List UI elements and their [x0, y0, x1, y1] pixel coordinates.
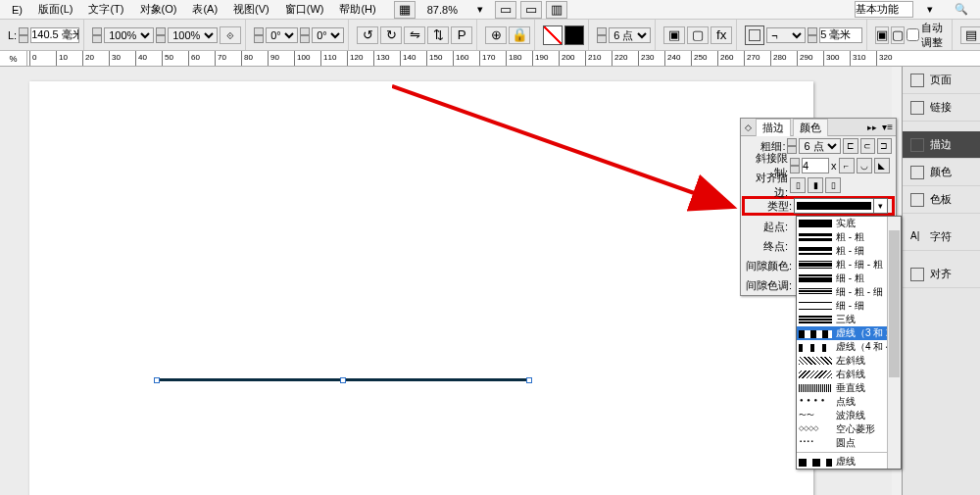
handle-start[interactable]	[154, 377, 160, 383]
handle-mid[interactable]	[340, 377, 346, 383]
stroke-type-option[interactable]: 虚线（4 和 4）	[797, 340, 901, 354]
stroke-type-combo[interactable]	[794, 198, 888, 214]
rot-stepper[interactable]	[254, 27, 264, 43]
dock-color[interactable]: 颜色	[903, 159, 980, 186]
x-stepper[interactable]	[19, 27, 28, 43]
fx-icon[interactable]: fx	[710, 26, 732, 44]
corner-size[interactable]	[819, 27, 862, 43]
stroke-type-option[interactable]: 粗 - 细	[797, 244, 901, 258]
shear[interactable]: 0°	[312, 27, 344, 43]
menu-text[interactable]: 文字(T)	[80, 2, 131, 17]
stroke-type-dropdown[interactable]: 实底粗 - 粗粗 - 细粗 - 细 - 粗细 - 粗细 - 粗 - 细细 - 细…	[796, 216, 902, 470]
zoom-value[interactable]: 87.8%	[419, 4, 466, 16]
menu-e[interactable]: E)	[4, 4, 30, 16]
chevron-down-icon[interactable]	[873, 199, 887, 213]
stroke-type-option[interactable]: 三线	[797, 313, 901, 326]
screen-mode-icon[interactable]: ▭	[520, 1, 542, 19]
select-container-icon[interactable]: ▢	[687, 26, 709, 44]
align-outside-icon[interactable]: ▯	[825, 177, 841, 193]
quick-apply-icon[interactable]	[745, 25, 764, 45]
align-inside-icon[interactable]: ▮	[808, 177, 823, 193]
rotation[interactable]: 0°	[266, 27, 298, 43]
miter-stepper[interactable]	[790, 158, 800, 173]
dock-char[interactable]: A|字符	[903, 223, 980, 251]
stroke-type-option[interactable]: 右斜线	[797, 368, 901, 381]
menu-help[interactable]: 帮助(H)	[331, 2, 383, 17]
workspace-dropdown-icon[interactable]: ▾	[919, 3, 941, 16]
tab-stroke[interactable]: 描边	[756, 119, 791, 136]
zoom-dropdown-icon[interactable]: ▾	[469, 3, 491, 16]
stroke-type-option[interactable]: 细 - 细	[797, 299, 901, 313]
lock-icon[interactable]: 🔒	[509, 26, 530, 44]
scale-x[interactable]: 100%	[104, 27, 154, 43]
join-round-icon[interactable]: ◡	[857, 158, 872, 173]
panel-grip-icon[interactable]: ◇	[745, 123, 752, 132]
stroke-type-option[interactable]: 点线	[797, 395, 901, 409]
arrange-icon[interactable]: ▥	[546, 1, 567, 19]
menu-window[interactable]: 窗口(W)	[277, 2, 332, 17]
stroke-type-option[interactable]: 粗 - 细 - 粗	[797, 258, 901, 272]
dock-align[interactable]: 对齐	[903, 261, 980, 288]
handle-end[interactable]	[526, 377, 532, 383]
scalex-stepper[interactable]	[92, 27, 102, 43]
menu-view[interactable]: 视图(V)	[225, 2, 277, 17]
stroke-type-option[interactable]: 细 - 粗 - 细	[797, 285, 901, 299]
shear-stepper[interactable]	[300, 27, 310, 43]
stroke-type-option[interactable]: 圆点	[797, 436, 901, 450]
panel-weight[interactable]: 6 点	[799, 138, 841, 154]
cap-round-icon[interactable]: ⊂	[860, 138, 875, 154]
dock-links[interactable]: 链接	[903, 94, 980, 122]
panel-collapse-icon[interactable]: ▸▸	[867, 123, 877, 132]
scale-y[interactable]: 100%	[168, 27, 218, 43]
stroke-type-option[interactable]: 实底	[797, 217, 901, 230]
x-field[interactable]	[30, 27, 79, 43]
dock-stroke[interactable]: 描边	[903, 131, 980, 159]
rotate-ccw-icon[interactable]: ↺	[357, 26, 378, 44]
stroke-type-option[interactable]: 空心菱形	[797, 422, 901, 436]
join-bevel-icon[interactable]: ◣	[874, 158, 890, 173]
flip-h-icon[interactable]: ⇋	[404, 26, 425, 44]
stroke-swatch[interactable]	[564, 25, 584, 45]
stroke-type-option[interactable]: 虚线（3 和 2）	[797, 326, 901, 340]
flip-v-icon[interactable]: ⇅	[427, 26, 449, 44]
dropdown-scrollbar[interactable]	[887, 217, 901, 469]
autofit-checkbox[interactable]	[906, 28, 919, 41]
panel-weight-stepper[interactable]	[787, 138, 797, 154]
bridge-icon[interactable]: ▦	[394, 1, 416, 19]
line-object[interactable]	[157, 378, 529, 381]
view-mode-icon[interactable]: ▭	[495, 1, 516, 19]
search-icon[interactable]: 🔍	[947, 3, 976, 16]
fit-content-icon[interactable]: ▣	[875, 26, 889, 44]
page[interactable]	[29, 81, 813, 495]
dock-pages[interactable]: 页面	[903, 67, 980, 94]
dock-swatches[interactable]: 色板	[903, 186, 980, 214]
corner-stepper[interactable]	[808, 27, 817, 43]
stroke-type-option[interactable]: 细 - 粗	[797, 272, 901, 285]
link-scale-icon[interactable]: ⟐	[220, 26, 241, 44]
panel-menu-icon[interactable]: ▾≡	[879, 122, 896, 132]
stroke-type-option[interactable]: 垂直线	[797, 381, 901, 395]
menu-layout[interactable]: 版面(L)	[30, 2, 80, 17]
rotate-cw-icon[interactable]: ↻	[380, 26, 402, 44]
menu-table[interactable]: 表(A)	[184, 2, 225, 17]
cap-butt-icon[interactable]: ⊏	[843, 138, 858, 154]
scaley-stepper[interactable]	[156, 27, 166, 43]
miter-value[interactable]	[802, 158, 829, 173]
tab-color[interactable]: 颜色	[793, 119, 828, 136]
select-content-icon[interactable]: ▣	[663, 26, 685, 44]
align-center-icon[interactable]: ▯	[790, 177, 806, 193]
cap-proj-icon[interactable]: ⊐	[877, 138, 892, 154]
p-icon[interactable]: P	[451, 26, 472, 44]
weight-stepper[interactable]	[597, 27, 607, 43]
stroke-type-option[interactable]: 粗 - 粗	[797, 230, 901, 244]
fit-frame-icon[interactable]: ▢	[891, 26, 905, 44]
corner-select[interactable]: ¬	[766, 27, 806, 43]
target-icon[interactable]: ⊕	[485, 26, 507, 44]
stroke-weight[interactable]: 6 点	[609, 27, 651, 43]
join-miter-icon[interactable]: ⌐	[839, 158, 855, 173]
stroke-type-option[interactable]: 波浪线	[797, 409, 901, 422]
align-icon-1[interactable]: ▤	[960, 26, 980, 44]
workspace-selector[interactable]	[855, 1, 913, 18]
menu-object[interactable]: 对象(O)	[132, 2, 185, 17]
fill-swatch[interactable]	[543, 25, 563, 45]
